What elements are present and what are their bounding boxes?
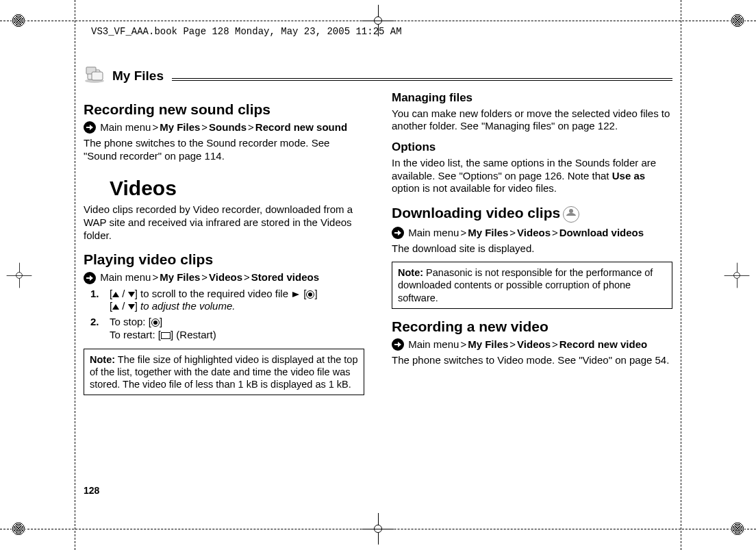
heading-downloading-clips: Downloading video clips (392, 205, 672, 222)
breadcrumb: Main menu>My Files>Videos>Download video… (392, 227, 672, 240)
note-box: Note: The file size of highlighted video… (84, 349, 364, 395)
heading-managing-files: Managing files (392, 92, 672, 105)
breadcrumb: Main menu>My Files>Videos>Stored videos (84, 271, 364, 284)
step-2: 2. To stop: [] To restart: [] (Restart) (90, 316, 364, 342)
nav-arrow-icon (84, 121, 96, 134)
center-key-icon (151, 318, 160, 327)
heading-playing-clips: Playing video clips (84, 251, 364, 267)
nav-arrow-icon (392, 227, 404, 239)
breadcrumb: Main menu>My Files>Sounds>Record new sou… (84, 121, 364, 134)
section-title: My Files (112, 68, 164, 84)
body-text: The download site is displayed. (392, 242, 672, 255)
svg-rect-3 (92, 72, 103, 80)
crop-mark-icon (12, 522, 25, 536)
body-text: You can make new folders or move the sel… (392, 108, 672, 134)
up-key-icon (112, 292, 119, 297)
down-key-icon (128, 292, 135, 297)
heading-recording-video: Recording a new video (392, 318, 672, 334)
crop-mark-icon (731, 14, 744, 27)
body-text: The phone switches to the Sound recorder… (84, 137, 364, 163)
my-files-icon (84, 66, 107, 84)
crop-mark-icon (731, 522, 744, 536)
body-text: Video clips recorded by Video recorder, … (84, 203, 364, 242)
right-arrow-icon (292, 292, 299, 297)
step-1: 1. [ / ] to scroll to the required video… (90, 288, 364, 314)
left-column: Recording new sound clips Main menu>My F… (84, 92, 364, 395)
nav-arrow-icon (392, 338, 404, 351)
crop-mark-icon (12, 14, 25, 27)
softkey-icon (161, 332, 171, 339)
up-key-icon (112, 304, 119, 310)
heading-recording-sound: Recording new sound clips (84, 101, 364, 117)
body-text: The phone switches to Video mode. See "V… (392, 354, 672, 367)
page-number: 128 (84, 485, 99, 496)
right-column: Managing files You can make new folders … (392, 92, 672, 395)
note-box: Note: Panasonic is not responsible for t… (392, 262, 672, 308)
down-key-icon (128, 304, 135, 310)
crop-registration-icon (370, 521, 386, 536)
crop-registration-icon (731, 269, 743, 282)
globe-download-icon (563, 206, 579, 223)
print-header: VS3_VF_AAA.book Page 128 Monday, May 23,… (91, 26, 402, 37)
breadcrumb: Main menu>My Files>Videos>Record new vid… (392, 338, 672, 351)
heading-videos: Videos (110, 175, 364, 201)
nav-arrow-icon (84, 272, 96, 284)
body-text: In the video list, the same options in t… (392, 157, 672, 195)
section-rule (172, 78, 672, 81)
crop-registration-icon (13, 269, 25, 282)
heading-options: Options (392, 141, 672, 154)
center-key-icon (306, 290, 314, 299)
